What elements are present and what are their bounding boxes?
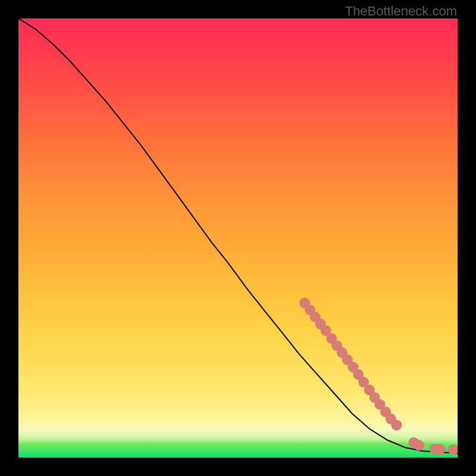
- data-marker: [386, 414, 396, 424]
- data-marker: [342, 354, 353, 365]
- data-marker: [321, 325, 331, 336]
- data-marker: [391, 419, 402, 430]
- curve-line: [18, 18, 458, 453]
- data-marker: [353, 369, 364, 380]
- data-marker: [326, 333, 337, 344]
- plot-area: [18, 18, 458, 458]
- data-marker: [364, 384, 375, 395]
- data-marker: [448, 444, 458, 455]
- data-marker: [331, 340, 342, 351]
- data-marker: [310, 312, 321, 322]
- data-marker: [414, 440, 424, 450]
- data-marker: [430, 443, 440, 454]
- data-marker: [408, 437, 419, 448]
- data-marker: [305, 305, 315, 315]
- data-marker: [315, 319, 326, 330]
- data-marker: [358, 377, 369, 387]
- data-marker: [380, 406, 391, 417]
- marker-group: [299, 298, 458, 455]
- data-marker: [369, 392, 380, 403]
- watermark-text: TheBottleneck.com: [345, 4, 457, 19]
- data-marker: [435, 444, 446, 455]
- chart-frame: TheBottleneck.com: [0, 0, 476, 476]
- chart-overlay: [18, 18, 458, 458]
- data-marker: [347, 362, 358, 372]
- data-marker: [337, 347, 347, 358]
- data-marker: [299, 298, 310, 308]
- data-marker: [374, 399, 385, 410]
